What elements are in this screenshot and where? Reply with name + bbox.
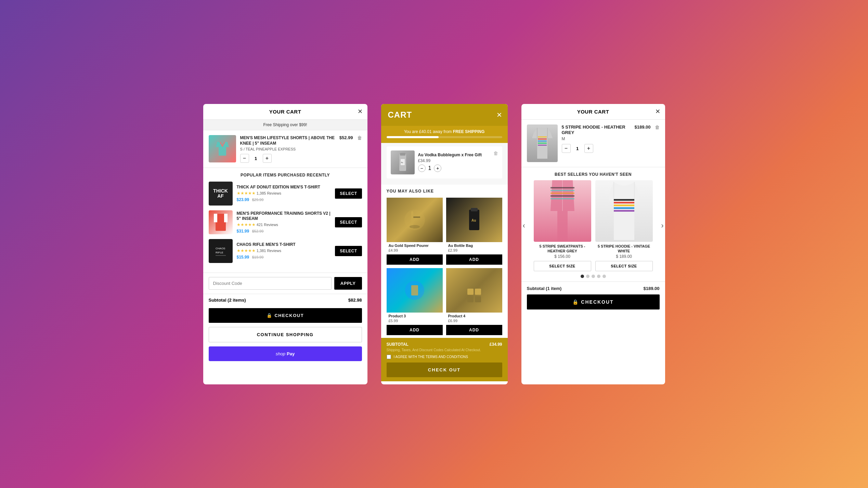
carousel-card-2-btn[interactable]: SELECT SIZE — [595, 261, 653, 271]
panel1-apply-button[interactable]: APPLY — [334, 277, 362, 290]
panel1-qty-controls: − 1 + — [240, 154, 335, 163]
panel3-cart-item: 5 STRIPE HOODIE - HEATHER GREY M − 1 + $… — [521, 120, 665, 167]
popular-item-2-image — [209, 210, 233, 234]
popular-item-2-price: $31.99 $52.99 — [237, 228, 331, 234]
panel3-carousel: ‹ 5 STRIPE SWEATPANTS - HEATHER GREY — [521, 180, 665, 272]
panel1-subtotal-row: Subtotal (2 items) $82.98 — [203, 294, 367, 306]
svg-rect-1 — [214, 214, 217, 222]
svg-rect-37 — [614, 205, 634, 206]
svg-text:RIFLE: RIFLE — [216, 251, 223, 254]
panel2-subtotal-row: SUBTOTAL £34.99 — [387, 342, 502, 347]
panel1-discount-input[interactable] — [209, 277, 332, 290]
svg-rect-20 — [467, 289, 474, 295]
carousel-dot-2[interactable] — [586, 275, 590, 278]
popular-item-3: CHAOS RIFLE Chaos Rifle Men's T-Shirt ★★… — [209, 239, 362, 263]
panel3-checkout-label: CHECKOUT — [581, 299, 613, 305]
panel3-item-price: $189.00 — [635, 124, 651, 130]
carousel-card-2-name: 5 STRIPE HOODIE - VINTAGE WHITE — [595, 244, 653, 254]
panel1-popular-section: POPULAR ITEMS PURCHASED RECENTLY THICKAF… — [203, 168, 367, 273]
panel2-agree-checkbox[interactable] — [387, 355, 391, 359]
panel1-qty-decrease[interactable]: − — [240, 154, 249, 163]
panel2-qty-controls: − 1 + — [418, 164, 490, 172]
panel3-best-sellers-title: BEST SELLERS YOU HAVEN'T SEEN — [521, 167, 665, 180]
carousel-card-1-btn[interactable]: SELECT SIZE — [534, 261, 591, 271]
panel1-shoppay-button[interactable]: shop Pay — [209, 346, 362, 361]
panel1-item-image — [209, 135, 236, 162]
product-card-3-name: Product 3 — [387, 313, 443, 319]
carousel-next-button[interactable]: › — [661, 221, 663, 230]
panel3-subtotal-row: Subtotal (1 item) $189.00 — [527, 286, 660, 291]
panel2-qty-decrease[interactable]: − — [418, 164, 426, 172]
panel2-delete-icon[interactable]: 🗑 — [493, 150, 498, 156]
svg-rect-8 — [400, 153, 405, 156]
panel3-item-details: 5 STRIPE HOODIE - HEATHER GREY M − 1 + — [562, 124, 631, 153]
panel1-free-shipping: Free Shipping over $99! — [203, 120, 367, 130]
carousel-prev-button[interactable]: ‹ — [523, 221, 525, 230]
panel2-item-image: Au — [391, 150, 415, 174]
popular-item-3-select[interactable]: SELECT — [335, 246, 362, 256]
product-card-2: Au Au Bottle Bag £2.99 ADD — [446, 198, 502, 265]
svg-rect-30 — [550, 187, 574, 188]
product-card-1: Au Gold Speed Pourer £4.99 ADD — [387, 198, 443, 265]
panel2-footer: SUBTOTAL £34.99 Shipping, Taxes, And Dis… — [381, 338, 508, 381]
svg-rect-27 — [538, 143, 547, 144]
popular-item-2-select[interactable]: SELECT — [335, 217, 362, 227]
panel2-agree-label: I AGREE WITH THE TERMS AND CONDITIONS — [394, 355, 468, 359]
carousel-dot-5[interactable] — [603, 275, 606, 278]
carousel-dot-3[interactable] — [592, 275, 595, 278]
panel3-delete-icon[interactable]: 🗑 — [655, 124, 660, 130]
panel1-item-variant: S / TEAL PINEAPPLE EXPRESS — [240, 147, 335, 151]
panel3-checkout-button[interactable]: 🔒 CHECKOUT — [527, 294, 660, 309]
product-card-2-add-button[interactable]: ADD — [446, 254, 502, 265]
panel1-qty-value: 1 — [252, 156, 259, 161]
panel2-shipping-bar: You are £40.01 away from FREE SHIPPING — [381, 126, 508, 143]
product-card-2-image: Au — [446, 198, 502, 242]
carousel-dot-1[interactable] — [581, 275, 584, 278]
panel1-item-name: MEN'S MESH LIFESTYLE SHORTS | ABOVE THE … — [240, 135, 335, 147]
panel3-close-button[interactable]: ✕ — [655, 108, 660, 115]
svg-rect-16 — [471, 208, 478, 211]
panel3-qty-increase[interactable]: + — [584, 144, 593, 153]
svg-rect-39 — [614, 210, 634, 212]
svg-rect-36 — [614, 202, 634, 203]
popular-item-1-info: Thick AF Donut Edition Men's T-Shirt ★★★… — [237, 185, 331, 202]
panel2-qty-increase[interactable]: + — [434, 164, 441, 172]
panel2-checkout-button[interactable]: CHECK OUT — [387, 362, 502, 377]
panel2-progress-track — [387, 136, 502, 138]
panel1-checkout-label: CHECKOUT — [274, 313, 304, 318]
product-card-2-name: Au Bottle Bag — [446, 242, 502, 248]
panel2-you-may-like-label: YOU MAY ALSO LIKE — [381, 185, 508, 195]
product-card-1-add-button[interactable]: ADD — [387, 254, 443, 265]
carousel-dot-4[interactable] — [597, 275, 600, 278]
product-card-3-add-button[interactable]: ADD — [387, 325, 443, 335]
panel2-product-grid: Au Gold Speed Pourer £4.99 ADD Au Au Bot… — [381, 195, 508, 338]
panel2-close-button[interactable]: ✕ — [496, 111, 502, 119]
panel3-item-name: 5 STRIPE HOODIE - HEATHER GREY — [562, 124, 631, 136]
panel3-item-variant: M — [562, 136, 631, 141]
panel1-continue-button[interactable]: CONTINUE SHOPPING — [209, 327, 362, 342]
panel2-title: CART — [388, 110, 412, 119]
product-card-4-add-button[interactable]: ADD — [446, 325, 502, 335]
svg-rect-22 — [467, 296, 474, 302]
popular-item-1: THICKAF Thick AF Donut Edition Men's T-S… — [209, 182, 362, 206]
panel2-progress-fill — [387, 136, 439, 138]
panel1-qty-increase[interactable]: + — [263, 154, 272, 163]
carousel-items-container: 5 STRIPE SWEATPANTS - HEATHER GREY $ 156… — [534, 180, 653, 272]
panel1-checkout-button[interactable]: 🔒 CHECKOUT — [209, 308, 362, 323]
popular-item-3-price: $15.99 $19.99 — [237, 254, 331, 260]
panel1-close-button[interactable]: ✕ — [358, 108, 363, 115]
svg-rect-19 — [411, 285, 418, 295]
product-card-1-price: £4.99 — [387, 248, 443, 254]
cart-panel-3: YOUR CART ✕ 5 STRIPE HOODIE - HEATHER GR… — [521, 104, 665, 384]
panel1-delete-icon[interactable]: 🗑 — [357, 135, 362, 141]
popular-item-2-name: MEN'S PERFORMANCE TRAINING SHORTS V2 | 5… — [237, 211, 331, 222]
panel3-qty-decrease[interactable]: − — [562, 144, 571, 153]
panel2-agree-row: I AGREE WITH THE TERMS AND CONDITIONS — [387, 355, 502, 359]
carousel-card-1-name: 5 STRIPE SWEATPANTS - HEATHER GREY — [534, 244, 591, 254]
panel3-subtotal-amount: $189.00 — [644, 286, 660, 291]
popular-item-1-select[interactable]: SELECT — [335, 188, 362, 199]
panel3-qty-controls: − 1 + — [562, 144, 631, 153]
panel1-subtotal-amount: $82.98 — [348, 298, 362, 303]
panel2-note: Shipping, Taxes, And Discount Codes Calc… — [387, 348, 502, 352]
panel1-cart-item: MEN'S MESH LIFESTYLE SHORTS | ABOVE THE … — [203, 130, 367, 168]
